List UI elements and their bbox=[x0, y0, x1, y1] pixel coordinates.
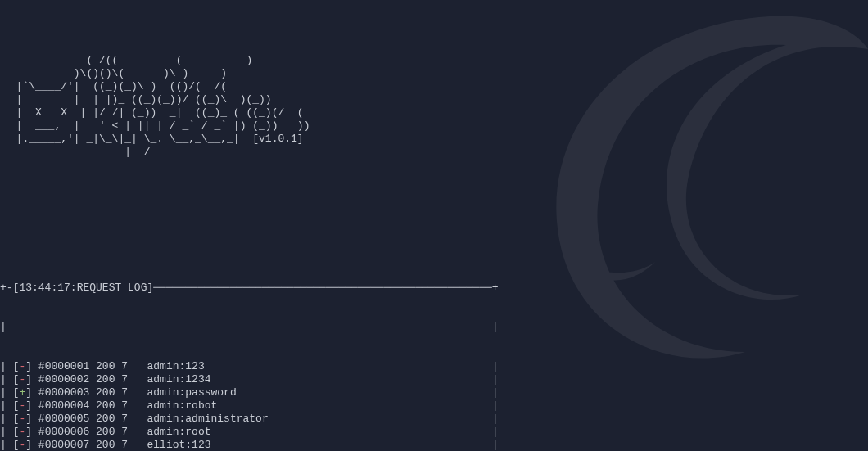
log-row: | [-] #0000002 200 7 admin:1234 | bbox=[0, 373, 501, 386]
log-row: | [-] #0000005 200 7 admin:administrator… bbox=[0, 413, 501, 426]
section-divider: | | bbox=[0, 321, 501, 334]
section-header: +-[13:44:17:REQUEST LOG]────────────────… bbox=[0, 282, 501, 295]
ascii-banner: ( /(( ( ) )\()()\( )\ ) ) |`\____/'| ((_… bbox=[0, 52, 868, 159]
log-row: | [-] #0000001 200 7 admin:123 | bbox=[0, 360, 501, 373]
version-tag: [v1.0.1] bbox=[252, 133, 303, 145]
log-row: | [-] #0000006 200 7 admin:root | bbox=[0, 426, 501, 439]
terminal-output: ( /(( ( ) )\()()\( )\ ) ) |`\____/'| ((_… bbox=[0, 0, 868, 451]
section-request-log: +-[13:44:17:REQUEST LOG]────────────────… bbox=[0, 255, 501, 451]
log-row: | [-] #0000004 200 7 admin:robot | bbox=[0, 399, 501, 413]
log-row: | [-] #0000007 200 7 elliot:123 | bbox=[0, 439, 501, 451]
log-row: | [+] #0000003 200 7 admin:password | bbox=[0, 386, 501, 399]
